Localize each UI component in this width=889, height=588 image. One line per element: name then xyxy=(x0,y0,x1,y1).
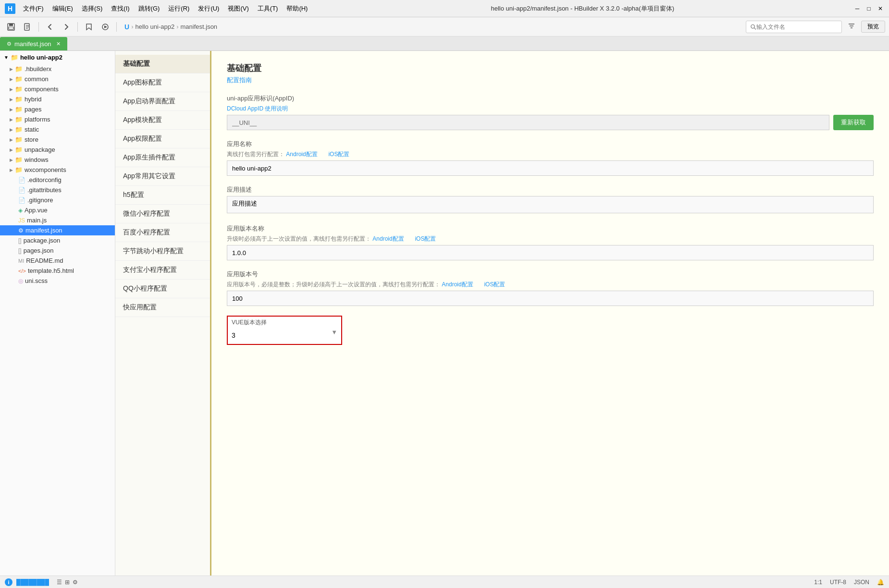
nav-app-icon[interactable]: App图标配置 xyxy=(115,74,210,92)
sidebar-item-editorconfig[interactable]: 📄 .editorconfig xyxy=(0,175,115,185)
sidebar-item-windows[interactable]: ▶ 📁 windows xyxy=(0,155,115,165)
tab-icon: ⚙ xyxy=(7,41,12,47)
svg-marker-9 xyxy=(104,25,107,28)
new-file-button[interactable] xyxy=(20,20,35,34)
form-group-appid: uni-app应用标识(AppID) DCloud AppID 使用说明 重新获… xyxy=(227,94,874,130)
breadcrumb-file[interactable]: manifest.json xyxy=(181,23,218,30)
folder-icon: 📁 xyxy=(15,146,23,153)
sidebar-item-manifest-json[interactable]: ⚙ manifest.json xyxy=(0,225,115,235)
appname-ios-link[interactable]: iOS配置 xyxy=(328,151,349,158)
menu-select[interactable]: 选择(S) xyxy=(78,3,106,14)
bookmark-button[interactable] xyxy=(82,20,96,34)
search-input[interactable] xyxy=(756,24,838,30)
nav-quick-app[interactable]: 快应用配置 xyxy=(115,298,210,317)
sidebar-item-pages-json[interactable]: [] pages.json xyxy=(0,245,115,256)
menu-file[interactable]: 文件(F) xyxy=(19,3,48,14)
breadcrumb-icon: U xyxy=(124,23,129,31)
project-name: hello uni-app2 xyxy=(20,54,62,61)
menu-run[interactable]: 运行(R) xyxy=(164,3,193,14)
minimize-button[interactable]: ─ xyxy=(853,5,861,12)
nav-bytedance-mp[interactable]: 字节跳动小程序配置 xyxy=(115,242,210,261)
appid-input[interactable] xyxy=(227,115,829,130)
version-code-ios-link[interactable]: iOS配置 xyxy=(484,281,505,288)
menu-publish[interactable]: 发行(U) xyxy=(194,3,223,14)
appid-doc-link[interactable]: DCloud AppID 使用说明 xyxy=(227,105,288,112)
statusbar-icon-settings[interactable]: ⚙ xyxy=(73,579,78,586)
nav-qq-mp[interactable]: QQ小程序配置 xyxy=(115,280,210,298)
appid-label: uni-app应用标识(AppID) xyxy=(227,94,294,103)
version-name-android-link[interactable]: Android配置 xyxy=(372,235,404,242)
sidebar-item-hybrid[interactable]: ▶ 📁 hybrid xyxy=(0,94,115,104)
statusbar-icon-grid[interactable]: ⊞ xyxy=(65,579,70,586)
menu-goto[interactable]: 跳转(G) xyxy=(135,3,164,14)
nav-app-native-plugin[interactable]: App原生插件配置 xyxy=(115,148,210,167)
folder-icon: 📁 xyxy=(15,156,23,163)
forward-button[interactable] xyxy=(59,20,74,34)
sidebar-item-template-h5[interactable]: </> template.h5.html xyxy=(0,266,115,276)
menu-view[interactable]: 视图(V) xyxy=(224,3,252,14)
nav-h5-config[interactable]: h5配置 xyxy=(115,186,210,205)
config-guide-link[interactable]: 配置指南 xyxy=(227,76,252,85)
search-icon xyxy=(750,24,756,30)
sidebar-item-wxcomponents[interactable]: ▶ 📁 wxcomponents xyxy=(0,165,115,175)
sidebar-item-gitignore[interactable]: 📄 .gitignore xyxy=(0,195,115,205)
preview-button[interactable]: 预览 xyxy=(861,21,885,33)
sidebar-item-uni-scss[interactable]: ◎ uni.scss xyxy=(0,276,115,286)
version-name-input[interactable] xyxy=(227,245,874,260)
folder-icon: 📁 xyxy=(15,65,23,73)
file-search-box[interactable] xyxy=(746,21,842,33)
sidebar-item-pages[interactable]: ▶ 📁 pages xyxy=(0,104,115,114)
sidebar-item-app-vue[interactable]: ◈ App.vue xyxy=(0,205,115,215)
appname-input[interactable] xyxy=(227,160,874,176)
tab-manifest-json[interactable]: ⚙ manifest.json ✕ xyxy=(0,37,67,50)
item-label: wxcomponents xyxy=(25,166,66,173)
sidebar-item-static[interactable]: ▶ 📁 static xyxy=(0,124,115,135)
close-button[interactable]: ✕ xyxy=(877,5,884,12)
nav-app-module[interactable]: App模块配置 xyxy=(115,111,210,130)
sidebar-item-common[interactable]: ▶ 📁 common xyxy=(0,74,115,84)
filter-button[interactable] xyxy=(844,21,859,33)
breadcrumb-project[interactable]: hello uni-app2 xyxy=(135,23,174,30)
sidebar-item-readme-md[interactable]: MI README.md xyxy=(0,256,115,266)
sidebar-item-hbuilderx[interactable]: ▶ 📁 .hbuilderx xyxy=(0,64,115,74)
maximize-button[interactable]: □ xyxy=(865,5,873,12)
item-label: platforms xyxy=(25,116,50,123)
run-button[interactable] xyxy=(98,20,112,34)
appname-android-link[interactable]: Android配置 xyxy=(286,151,317,158)
toolbar-sep-2 xyxy=(77,22,78,32)
nav-alipay-mp[interactable]: 支付宝小程序配置 xyxy=(115,261,210,280)
svg-rect-1 xyxy=(9,24,13,26)
sidebar-item-store[interactable]: ▶ 📁 store xyxy=(0,135,115,145)
vue-version-select[interactable]: 2 3 xyxy=(228,327,341,344)
menu-find[interactable]: 查找(I) xyxy=(107,3,133,14)
menu-tools[interactable]: 工具(T) xyxy=(254,3,282,14)
item-label: App.vue xyxy=(25,207,48,214)
sidebar-item-main-js[interactable]: JS main.js xyxy=(0,215,115,225)
version-name-ios-link[interactable]: iOS配置 xyxy=(415,235,436,242)
nav-wechat-mp[interactable]: 微信小程序配置 xyxy=(115,205,210,223)
back-button[interactable] xyxy=(43,20,57,34)
refresh-appid-button[interactable]: 重新获取 xyxy=(833,115,874,130)
menu-edit[interactable]: 编辑(E) xyxy=(49,3,77,14)
nav-app-permission[interactable]: App权限配置 xyxy=(115,130,210,148)
nav-app-splash[interactable]: App启动界面配置 xyxy=(115,92,210,111)
version-code-input[interactable] xyxy=(227,291,874,306)
sidebar-item-package-json[interactable]: [] package.json xyxy=(0,235,115,245)
tab-close-icon[interactable]: ✕ xyxy=(56,41,61,47)
save-all-button[interactable] xyxy=(4,20,18,34)
nav-baidu-mp[interactable]: 百度小程序配置 xyxy=(115,223,210,242)
nav-basic-config[interactable]: 基础配置 xyxy=(115,55,210,74)
sidebar-item-platforms[interactable]: ▶ 📁 platforms xyxy=(0,114,115,124)
statusbar-icon-list[interactable]: ☰ xyxy=(57,579,62,586)
project-root[interactable]: ▼ 📁 hello uni-app2 xyxy=(0,51,115,64)
menu-help[interactable]: 帮助(H) xyxy=(283,3,311,14)
nav-app-other[interactable]: App常用其它设置 xyxy=(115,167,210,186)
sidebar-item-gitattributes[interactable]: 📄 .gitattributes xyxy=(0,185,115,195)
statusbar-bell-icon[interactable]: 🔔 xyxy=(877,579,884,586)
sidebar-item-components[interactable]: ▶ 📁 components xyxy=(0,84,115,94)
version-code-android-link[interactable]: Android配置 xyxy=(442,281,473,288)
file-icon: 📄 xyxy=(18,187,25,194)
appdesc-input[interactable]: 应用描述 xyxy=(227,196,874,213)
vue-version-select-wrapper: VUE版本选择 2 3 ▼ xyxy=(227,316,342,345)
sidebar-item-unpackage[interactable]: ▶ 📁 unpackage xyxy=(0,145,115,155)
